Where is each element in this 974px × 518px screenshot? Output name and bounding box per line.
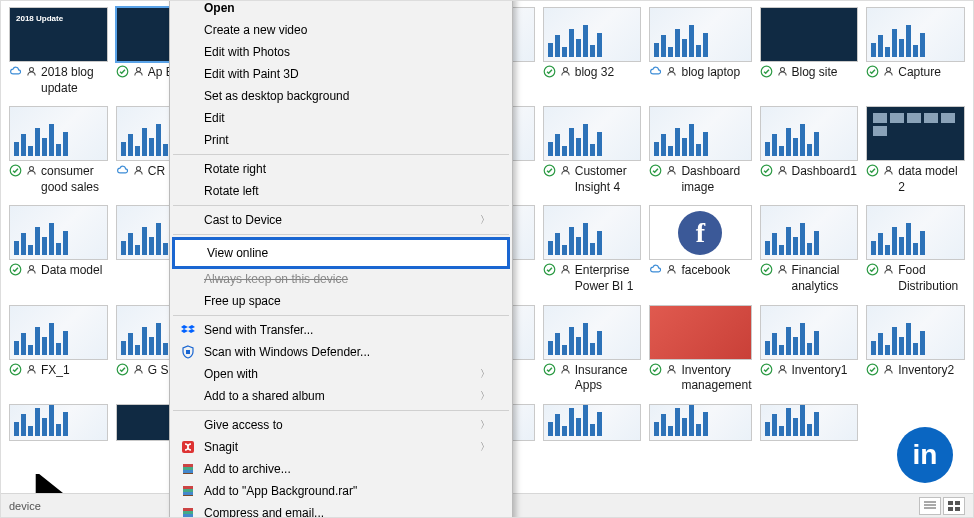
file-tile[interactable]: Enterprise Power BI 1 <box>543 205 642 294</box>
file-tile[interactable]: Blog site <box>760 7 859 96</box>
menu-item-label: Add to archive... <box>204 462 490 476</box>
menu-item[interactable]: Edit with Photos <box>172 41 510 63</box>
menu-item-label: Rotate right <box>204 162 490 176</box>
menu-item[interactable]: Create a new video <box>172 19 510 41</box>
cloud-icon <box>116 164 129 177</box>
file-tile[interactable]: Insurance Apps <box>543 305 642 394</box>
file-tile[interactable]: Dashboard1 <box>760 106 859 195</box>
file-tile[interactable] <box>649 404 751 444</box>
file-caption: blog laptop <box>649 62 751 81</box>
file-tile[interactable]: Food Distribution <box>866 205 965 294</box>
sync-check-icon <box>543 65 556 78</box>
menu-item[interactable]: Give access to〉 <box>172 414 510 436</box>
file-tile[interactable]: Data model <box>9 205 108 294</box>
menu-item[interactable]: View online <box>175 240 507 266</box>
file-label: blog 32 <box>575 65 614 81</box>
file-tile[interactable]: consumer good sales <box>9 106 108 195</box>
sync-check-icon <box>866 363 879 376</box>
file-thumbnail <box>9 404 108 441</box>
file-thumbnail <box>649 305 751 360</box>
file-thumbnail <box>9 205 108 260</box>
menu-item[interactable]: Send with Transfer... <box>172 319 510 341</box>
file-tile[interactable]: Dashboard image <box>649 106 751 195</box>
file-tile[interactable]: FX_1 <box>9 305 108 394</box>
menu-item-label: Add to "App Background.rar" <box>204 484 490 498</box>
shared-person-icon <box>665 164 678 177</box>
file-tile[interactable]: ffacebook <box>649 205 751 294</box>
sync-check-icon <box>543 164 556 177</box>
file-thumbnail <box>866 205 965 260</box>
file-tile[interactable]: Inventory management <box>649 305 751 394</box>
menu-item-label: Cast to Device <box>204 213 480 227</box>
svg-point-2 <box>136 67 140 71</box>
menu-item[interactable]: Edit with Paint 3D <box>172 63 510 85</box>
menu-item-label: Scan with Windows Defender... <box>204 345 490 359</box>
menu-item-label: Open with <box>204 367 480 381</box>
menu-item[interactable]: Set as desktop background <box>172 85 510 107</box>
svg-rect-48 <box>183 470 193 473</box>
menu-item[interactable]: Add to archive... <box>172 458 510 480</box>
file-tile[interactable]: Customer Insight 4 <box>543 106 642 195</box>
dropbox-icon <box>180 322 196 338</box>
menu-item[interactable]: Snagit〉 <box>172 436 510 458</box>
svg-point-34 <box>136 365 140 369</box>
file-tile[interactable] <box>9 404 108 444</box>
menu-item[interactable]: Open <box>172 0 510 19</box>
defender-icon <box>180 344 196 360</box>
shared-person-icon <box>132 65 145 78</box>
file-tile[interactable]: blog laptop <box>649 7 751 96</box>
file-thumbnail <box>866 106 965 161</box>
view-thumbnails-button[interactable] <box>943 497 965 515</box>
menu-item[interactable]: Rotate right <box>172 158 510 180</box>
menu-item[interactable]: Rotate left <box>172 180 510 202</box>
file-caption: Capture <box>866 62 965 81</box>
menu-item[interactable]: Free up space <box>172 290 510 312</box>
menu-item-label: Give access to <box>204 418 480 432</box>
menu-item-label: Free up space <box>204 294 490 308</box>
file-label: blog laptop <box>681 65 740 81</box>
svg-rect-50 <box>183 486 193 489</box>
view-details-button[interactable] <box>919 497 941 515</box>
menu-item[interactable]: Cast to Device〉 <box>172 209 510 231</box>
menu-item[interactable]: Print <box>172 129 510 151</box>
file-tile[interactable]: data model 2 <box>866 106 965 195</box>
shared-person-icon <box>559 65 572 78</box>
file-tile[interactable]: Financial analytics <box>760 205 859 294</box>
svg-point-0 <box>29 67 33 71</box>
menu-item[interactable]: Add to a shared album〉 <box>172 385 510 407</box>
svg-point-26 <box>670 266 674 270</box>
svg-point-28 <box>780 266 784 270</box>
menu-item[interactable]: Always keep on this device <box>172 268 510 290</box>
sync-check-icon <box>760 164 773 177</box>
menu-item[interactable]: Edit <box>172 107 510 129</box>
svg-rect-56 <box>183 514 193 517</box>
shared-person-icon <box>776 363 789 376</box>
file-label: Customer Insight 4 <box>575 164 642 195</box>
shared-person-icon <box>132 164 145 177</box>
menu-item[interactable]: Add to "App Background.rar" <box>172 480 510 502</box>
menu-item-label: Always keep on this device <box>204 272 490 286</box>
file-tile[interactable] <box>760 404 859 444</box>
file-caption: Customer Insight 4 <box>543 161 642 195</box>
file-tile[interactable]: Capture <box>866 7 965 96</box>
file-label: Dashboard image <box>681 164 751 195</box>
chevron-right-icon: 〉 <box>480 418 490 432</box>
sync-check-icon <box>649 363 662 376</box>
menu-item-highlighted[interactable]: View online <box>172 237 510 269</box>
file-tile[interactable]: 2018 Update2018 blog update <box>9 7 108 96</box>
shared-person-icon <box>882 263 895 276</box>
menu-item[interactable]: Open with〉 <box>172 363 510 385</box>
sync-check-icon <box>866 65 879 78</box>
menu-item[interactable]: Compress and email... <box>172 502 510 518</box>
file-tile[interactable]: blog 32 <box>543 7 642 96</box>
sync-check-icon <box>760 363 773 376</box>
file-thumbnail <box>543 7 642 62</box>
file-caption: Inventory1 <box>760 360 859 379</box>
menu-item-label: Rotate left <box>204 184 490 198</box>
file-tile[interactable] <box>543 404 642 444</box>
svg-rect-55 <box>183 511 193 514</box>
menu-item[interactable]: Scan with Windows Defender... <box>172 341 510 363</box>
file-tile[interactable]: Inventory1 <box>760 305 859 394</box>
file-caption <box>9 441 108 444</box>
file-tile[interactable]: Inventory2 <box>866 305 965 394</box>
